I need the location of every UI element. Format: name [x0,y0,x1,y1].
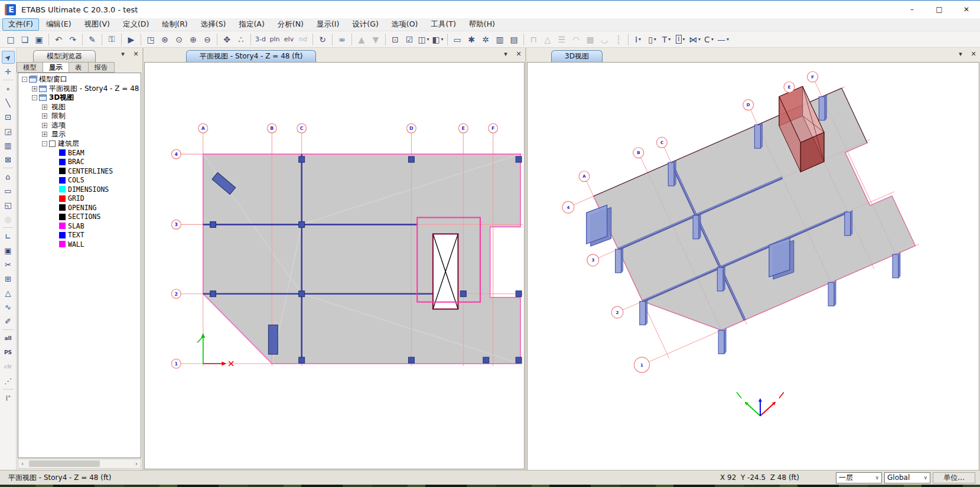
model-browser-title-tab[interactable]: 模型浏览器 [33,50,96,62]
expand-expander-icon[interactable]: + [42,113,47,119]
expand-expander-icon[interactable]: + [42,104,47,110]
draw-joint-icon[interactable]: ∘ [2,82,15,95]
open-file-icon[interactable]: ❏ [18,33,31,46]
layer-color-swatch[interactable] [59,195,66,202]
draw-pen-icon[interactable]: ✎ [86,33,99,46]
scrollbar-thumb[interactable] [29,460,100,467]
draw-wall-stack-icon[interactable]: ∟ [2,230,15,243]
measure-tool-icon[interactable]: ∣° [2,391,15,404]
column-3d[interactable] [693,215,699,239]
browser-tab-模型[interactable]: 模型 [17,62,43,73]
coordinate-system-dropdown[interactable]: Global ∨ [884,472,930,483]
tree-item[interactable]: SLAB [18,221,141,231]
menu-item-A[interactable]: 指定(A) [233,18,270,31]
section-line-icon[interactable]: —▾ [717,33,730,46]
column-3d[interactable] [828,282,834,306]
column-3d[interactable] [718,330,724,354]
draw-rectangle-icon[interactable]: ▭ [451,33,464,46]
column-marker[interactable] [299,291,305,297]
tab-plan-view[interactable]: 平面视图 - Story4 - Z = 48 (ft) [186,50,316,62]
section-i-beam-icon[interactable]: I▾ [631,33,644,46]
snap-to-points-icon[interactable]: ✱ [465,33,478,46]
column-marker[interactable] [299,357,305,363]
column-marker[interactable] [299,221,305,227]
column-marker[interactable] [408,357,414,363]
menu-item-E[interactable]: 编辑(E) [40,18,77,31]
quick-draw-beam-icon[interactable]: ⊡ [2,110,15,123]
plan-drawing[interactable]: ABCDEF4321 [145,63,524,469]
previous-zoom-icon[interactable]: ⊙ [172,33,185,46]
column-marker[interactable] [210,291,216,297]
tree-item[interactable]: WALL [18,240,141,249]
draw-spire-icon[interactable]: △ [2,286,15,299]
menu-item-N[interactable]: 分析(N) [272,18,310,31]
quick-draw-column-icon[interactable]: ◲ [2,125,15,138]
tab-3d-view[interactable]: 3D视图 [551,50,603,62]
wall-3d[interactable] [769,238,790,277]
layer-color-swatch[interactable] [59,168,66,174]
column-marker[interactable] [460,291,466,297]
tree-item[interactable]: CENTERLINES [18,166,141,176]
extruded-view-icon[interactable]: ◫▾ [417,33,430,46]
draw-curve-icon[interactable]: ∿ [2,300,15,313]
pan-icon[interactable]: ✥ [220,33,233,46]
object-shading-icon[interactable]: ◧▾ [431,33,444,46]
browser-tab-显示[interactable]: 显示 [43,62,69,73]
chevron-down-icon[interactable]: ▾ [639,37,641,42]
chevron-down-icon[interactable]: ▾ [698,37,701,42]
menu-item-G[interactable]: 设计(G) [346,18,384,31]
minimize-button[interactable]: – [898,1,926,18]
select-by-line-icon[interactable]: ⋰ [2,374,15,387]
tree-item[interactable]: BEAM [18,148,141,158]
close-button[interactable]: ✕ [953,1,980,18]
zoom-in-icon[interactable]: ⊕ [187,33,200,46]
tree-item[interactable]: OPENING [18,203,141,213]
draw-frame-icon[interactable]: ╲ [2,96,15,109]
menu-item-O[interactable]: 选项(O) [386,18,424,31]
object-view-glasses-icon[interactable]: ∞ [336,33,349,46]
section-tee-icon[interactable]: T▾ [660,33,673,46]
quick-draw-brace-icon[interactable]: ⊠ [2,153,15,166]
layer-color-swatch[interactable] [59,232,66,238]
section-rectangle-icon[interactable]: ▯▾ [646,33,659,46]
redo-icon[interactable]: ↷ [66,33,79,46]
tree-item[interactable]: TEXT [18,231,141,240]
chevron-down-icon[interactable]: ▾ [441,37,444,42]
browser-horizontal-scrollbar[interactable]: ‹ › [18,459,141,469]
section-truss-icon[interactable]: ⋈▾ [688,33,701,46]
divide-knife-icon[interactable]: ✂ [2,258,15,271]
menu-item-S[interactable]: 选择(S) [195,18,232,31]
slab-3d[interactable] [594,88,916,330]
column-3d[interactable] [668,162,674,186]
menu-item-D[interactable]: 定义(D) [117,18,155,31]
column-3d[interactable] [616,249,621,273]
maximize-button[interactable]: □ [926,1,953,18]
chevron-down-icon[interactable]: ▾ [654,37,656,42]
chevron-down-icon[interactable]: ▾ [727,37,729,42]
view-3d-icon[interactable]: 3-d [254,33,267,46]
quick-draw-wall-icon[interactable]: ▥ [2,139,15,152]
restore-full-view-icon[interactable]: ⊛ [158,33,171,46]
layer-color-swatch[interactable] [59,159,66,165]
plan-collapse-icon[interactable]: ▾ [502,50,510,58]
draw-floor-icon[interactable]: ⌂ [2,170,15,183]
draw-dimension-icon[interactable]: ✐ [2,315,15,328]
wall-supports-icon[interactable]: ▤ [507,33,520,46]
expand-expander-icon[interactable]: + [42,132,47,137]
chevron-down-icon[interactable]: ▾ [668,37,670,42]
plan-view-canvas[interactable]: ABCDEF4321 [144,62,525,469]
view-3d-drawing[interactable]: ABCDEF4321 [528,63,979,470]
layer-color-swatch[interactable] [59,177,66,184]
view-3d-canvas[interactable]: ABCDEF4321 [527,62,979,470]
view-plan-icon[interactable]: pln [268,33,281,46]
tree-item[interactable]: -模型窗口 [18,75,141,84]
shrink-objects-icon[interactable]: ⊡ [389,33,402,46]
zoom-out-icon[interactable]: ⊖ [201,33,214,46]
layer-color-swatch[interactable] [59,186,66,192]
menu-item-T[interactable]: 工具(T) [425,18,461,31]
run-analysis-icon[interactable]: ▶ [125,33,138,46]
view3d-collapse-icon[interactable]: ▾ [956,50,965,58]
layer-color-swatch[interactable] [59,149,66,156]
column-marker[interactable] [408,156,414,162]
story-selector-dropdown[interactable]: 一层 ∨ [836,472,882,483]
